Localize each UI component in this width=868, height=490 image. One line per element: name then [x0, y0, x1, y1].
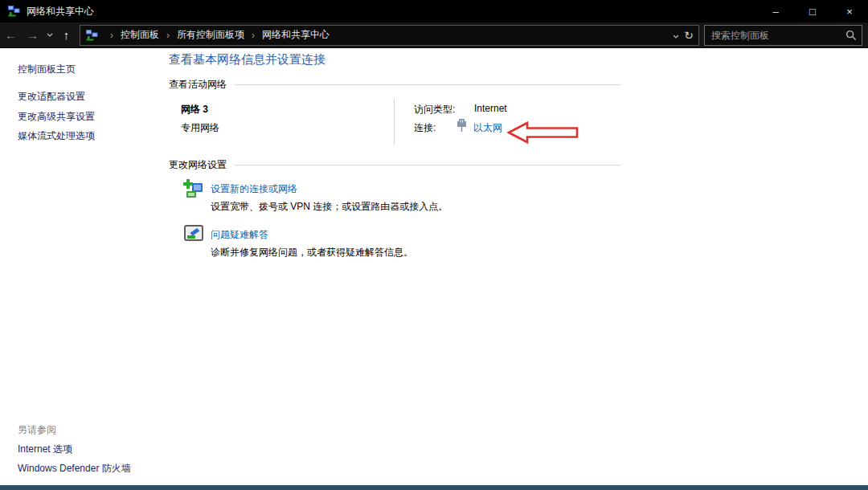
red-arrow-annotation	[507, 120, 579, 145]
sidebar-item-change-advanced-sharing[interactable]: 更改高级共享设置	[18, 110, 95, 124]
change-settings-section-header: 更改网络设置	[169, 158, 620, 172]
maximize-button[interactable]: □	[794, 0, 831, 22]
ethernet-link[interactable]: 以太网	[473, 121, 502, 135]
search-icon[interactable]	[845, 30, 857, 41]
page-title: 查看基本网络信息并设置连接	[169, 52, 326, 67]
network-sharing-center-icon	[7, 5, 20, 18]
connections-label: 连接:	[414, 121, 436, 135]
breadcrumb-control-panel[interactable]: 控制面板	[121, 28, 159, 42]
sidebar-item-change-adapter-settings[interactable]: 更改适配器设置	[18, 90, 85, 104]
ethernet-plug-icon	[457, 118, 467, 133]
refresh-icon[interactable]: ↻	[684, 29, 694, 42]
address-bar-buttons: ↻	[673, 29, 695, 42]
address-dropdown-chevron-icon[interactable]	[673, 30, 679, 41]
setup-new-connection-link[interactable]: 设置新的连接或网络	[211, 182, 297, 196]
title-bar: 网络和共享中心 – □ ×	[0, 0, 868, 22]
breadcrumb-app-icon	[85, 29, 98, 42]
search-box[interactable]	[704, 25, 862, 46]
window-controls: – □ ×	[757, 0, 868, 22]
see-also-heading: 另请参阅	[18, 423, 56, 437]
up-button[interactable]: ↑	[55, 25, 77, 46]
sidebar-item-media-streaming-options[interactable]: 媒体流式处理选项	[18, 129, 95, 143]
recent-pages-chevron-icon[interactable]	[43, 33, 55, 37]
breadcrumb-separator: ›	[166, 30, 170, 41]
close-button[interactable]: ×	[831, 0, 868, 22]
access-type-label: 访问类型:	[414, 103, 455, 116]
address-bar[interactable]: › 控制面板 › 所有控制面板项 › 网络和共享中心 ↻	[80, 25, 699, 46]
breadcrumb-network-sharing-center[interactable]: 网络和共享中心	[262, 28, 330, 42]
forward-button[interactable]: →	[22, 25, 43, 46]
access-type-value: Internet	[474, 103, 507, 114]
active-networks-section-header: 查看活动网络	[169, 78, 620, 92]
address-toolbar: ← → ↑ › 控制面板 › 所有控制面板项 › 网络和共享中心 ↻	[0, 22, 868, 48]
new-connection-icon	[182, 178, 204, 200]
section-rule	[235, 165, 620, 165]
breadcrumb-separator: ›	[252, 30, 255, 41]
sidebar-item-internet-options[interactable]: Internet 选项	[18, 443, 72, 456]
back-button[interactable]: ←	[0, 25, 22, 46]
sidebar-item-control-panel-home[interactable]: 控制面板主页	[18, 63, 76, 76]
network-divider	[394, 98, 395, 145]
window-title: 网络和共享中心	[27, 5, 94, 18]
content-area: 控制面板主页 更改适配器设置 更改高级共享设置 媒体流式处理选项 另请参阅 In…	[0, 48, 868, 485]
minimize-button[interactable]: –	[757, 0, 794, 22]
network-profile: 专用网络	[181, 121, 219, 135]
troubleshoot-problems-link[interactable]: 问题疑难解答	[211, 228, 268, 242]
breadcrumb-all-items[interactable]: 所有控制面板项	[177, 28, 244, 42]
section-rule	[235, 84, 620, 85]
troubleshoot-problems-description: 诊断并修复网络问题，或者获得疑难解答信息。	[211, 246, 413, 259]
active-networks-label: 查看活动网络	[169, 78, 227, 92]
search-input[interactable]	[711, 30, 845, 41]
taskbar-edge	[0, 485, 868, 490]
breadcrumb-separator: ›	[110, 30, 113, 41]
troubleshoot-icon	[184, 225, 203, 243]
change-settings-label: 更改网络设置	[169, 158, 227, 172]
setup-new-connection-description: 设置宽带、拨号或 VPN 连接；或设置路由器或接入点。	[211, 200, 448, 214]
network-name: 网络 3	[181, 103, 208, 116]
network-sharing-center-window: 网络和共享中心 – □ × ← → ↑ › 控制面板 › 所有控制面板项 › 网…	[0, 0, 868, 490]
sidebar-item-windows-defender-firewall[interactable]: Windows Defender 防火墙	[18, 462, 131, 476]
